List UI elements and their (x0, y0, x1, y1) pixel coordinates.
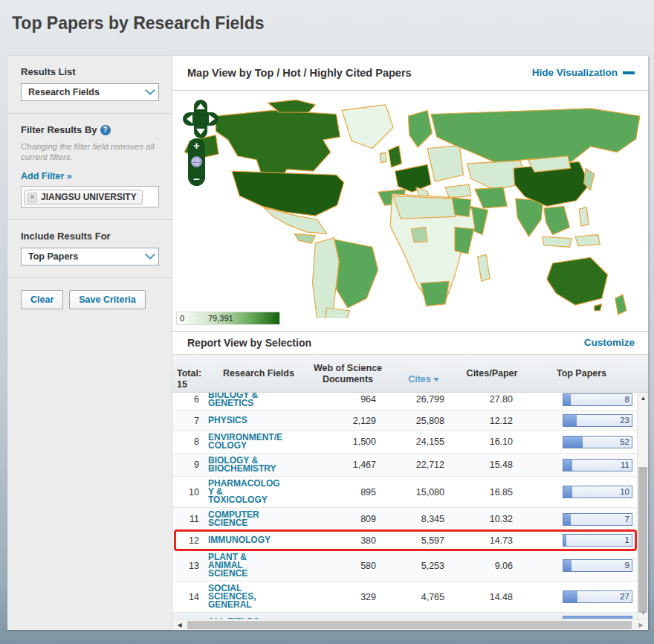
horizontal-scrollbar[interactable]: ◀ ▶ (172, 619, 648, 630)
include-results-label: Include Results For (21, 231, 158, 242)
top-papers-value: 8 (625, 395, 629, 404)
add-filter-link[interactable]: Add Filter » (21, 171, 72, 181)
rank-cell: 12 (172, 535, 208, 546)
chevron-down-icon (145, 85, 155, 95)
map-zoom-control[interactable]: + − (188, 138, 205, 186)
top-papers-bar-fill (563, 394, 571, 405)
zoom-out-icon[interactable]: − (193, 174, 200, 184)
vertical-scrollbar[interactable]: ▲ ▼ (637, 393, 648, 619)
globe-icon[interactable] (191, 156, 202, 167)
table-row: 14SOCIAL SCIENCES, GENERAL3294,76514.482… (172, 582, 637, 613)
scroll-down-icon[interactable]: ▼ (638, 608, 648, 619)
map-legend: 0 79,391 (176, 312, 280, 325)
cites-per-paper-cell: 12.12 (455, 416, 523, 426)
top-papers-cell: 27 (523, 590, 637, 603)
wos-documents-cell: 1,500 (303, 437, 386, 447)
top-papers-bar[interactable]: 23 (563, 414, 632, 427)
research-field-link[interactable]: COMPUTER SCIENCE (208, 511, 303, 527)
table-row: 9BIOLOGY & BIOCHEMISTRY1,46722,71215.481… (172, 454, 637, 477)
top-papers-value: 1 (625, 535, 629, 544)
top-papers-bar-fill (563, 535, 566, 546)
include-results-section: Include Results For Top Papers (7, 220, 172, 278)
total-count: Total:15 (175, 358, 211, 390)
cites-per-paper-cell: 10.32 (455, 514, 523, 524)
scroll-left-icon[interactable]: ◀ (174, 619, 185, 631)
top-papers-bar[interactable]: 1 (563, 534, 632, 547)
top-papers-cell: 10 (523, 486, 637, 498)
remove-filter-icon[interactable]: ✕ (27, 193, 37, 202)
top-papers-value: 11 (621, 460, 629, 469)
customize-link[interactable]: Customize (584, 337, 635, 348)
top-papers-bar[interactable]: 7 (563, 513, 632, 526)
minus-icon (623, 71, 635, 74)
filter-tag-label: JIANGSU UNIVERSITY (41, 192, 137, 202)
cites-cell: 15,080 (386, 487, 455, 498)
top-papers-value: 23 (620, 416, 629, 425)
cites-cell: 25,808 (386, 416, 455, 426)
filter-section: Filter Results By? Changing the filter f… (7, 114, 172, 220)
wos-documents-cell: 329 (303, 592, 386, 602)
top-papers-cell: 11 (523, 459, 637, 471)
column-header-cites-per-paper[interactable]: Cites/Paper (458, 368, 526, 379)
rank-cell: 14 (172, 592, 208, 602)
column-header-cites[interactable]: Cites (389, 363, 458, 384)
rank-cell: 7 (172, 416, 208, 426)
column-header-research-fields[interactable]: Research Fields (211, 368, 306, 379)
zoom-in-icon[interactable]: + (193, 141, 200, 150)
results-list-value: Research Fields (28, 87, 100, 97)
map-pan-control[interactable] (183, 100, 218, 138)
table-row: 12IMMUNOLOGY3805,59714.731 (172, 531, 637, 550)
cites-per-paper-cell: 14.48 (455, 592, 523, 602)
filter-note: Changing the filter field removes all cu… (21, 141, 158, 163)
map-region: + − 0 79,391 (172, 91, 648, 332)
legend-min: 0 (180, 314, 184, 323)
rank-cell: 11 (172, 514, 208, 524)
vertical-scroll-thumb[interactable] (638, 467, 647, 613)
cites-cell: 8,345 (386, 514, 455, 524)
world-map[interactable] (172, 95, 648, 318)
top-papers-bar[interactable]: 8 (563, 393, 632, 406)
scroll-right-icon[interactable]: ▶ (635, 619, 647, 631)
top-papers-bar[interactable]: 11 (563, 459, 632, 471)
research-field-link[interactable]: SOCIAL SCIENCES, GENERAL (208, 585, 303, 609)
top-papers-bar[interactable]: 27 (563, 590, 632, 603)
scroll-up-icon[interactable]: ▲ (638, 393, 648, 404)
top-papers-bar[interactable]: 10 (563, 486, 632, 498)
top-papers-bar[interactable]: 52 (563, 436, 632, 448)
horizontal-scroll-thumb[interactable] (187, 621, 632, 629)
help-icon[interactable]: ? (100, 125, 111, 135)
top-papers-cell: 8 (523, 393, 637, 406)
results-list-dropdown[interactable]: Research Fields (21, 83, 159, 101)
column-header-wos-documents[interactable]: Web of Science Documents (306, 363, 389, 384)
table-row: 10PHARMACOLOG Y & TOXICOLOGY89515,08016.… (172, 477, 637, 508)
research-field-link[interactable]: ENVIRONMENT/E COLOGY (208, 434, 303, 450)
cites-per-paper-cell: 16.10 (455, 437, 523, 447)
filter-tag[interactable]: ✕ JIANGSU UNIVERSITY (24, 190, 143, 205)
report-view-bar: Report View by Selection Customize (172, 332, 648, 355)
research-field-link[interactable]: PHARMACOLOG Y & TOXICOLOGY (208, 480, 303, 504)
column-header-top-papers[interactable]: Top Papers (526, 368, 637, 379)
top-papers-bar[interactable]: 9 (563, 559, 632, 572)
include-results-dropdown[interactable]: Top Papers (21, 248, 159, 265)
cites-per-paper-cell: 15.48 (455, 460, 523, 470)
hide-visualization-link[interactable]: Hide Visualization (532, 67, 635, 78)
top-papers-cell: 1 (523, 534, 637, 547)
map-header: Map View by Top / Hot / Highly Cited Pap… (172, 56, 648, 91)
wos-documents-cell: 580 (303, 561, 386, 571)
research-field-link[interactable]: PHYSICS (208, 416, 303, 425)
clear-button[interactable]: Clear (21, 290, 63, 309)
cites-cell: 26,799 (386, 394, 455, 405)
cites-per-paper-cell: 27.80 (455, 394, 523, 405)
top-papers-value: 52 (620, 437, 629, 446)
top-papers-value: 9 (625, 561, 629, 570)
table-row: 13PLANT & ANIMAL SCIENCE5805,2539.069 (172, 550, 637, 582)
main-area: Map View by Top / Hot / Highly Cited Pap… (172, 56, 648, 630)
research-field-link[interactable]: BIOLOGY & BIOCHEMISTRY (208, 457, 303, 473)
rank-cell: 10 (172, 487, 208, 498)
research-field-link[interactable]: IMMUNOLOGY (208, 536, 303, 544)
research-field-link[interactable]: BIOLOGY & GENETICS (208, 393, 303, 408)
table-row: 6BIOLOGY & GENETICS96426,79927.808 (172, 393, 637, 411)
save-criteria-button[interactable]: Save Criteria (69, 290, 145, 309)
research-field-link[interactable]: PLANT & ANIMAL SCIENCE (208, 553, 303, 578)
top-papers-bar-fill (563, 460, 572, 471)
